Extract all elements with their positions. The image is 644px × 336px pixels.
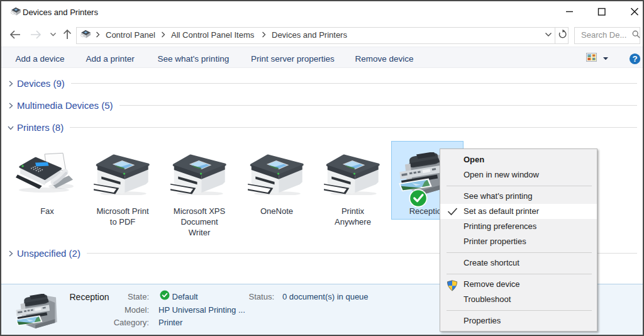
svg-text:?: ? bbox=[632, 54, 637, 64]
